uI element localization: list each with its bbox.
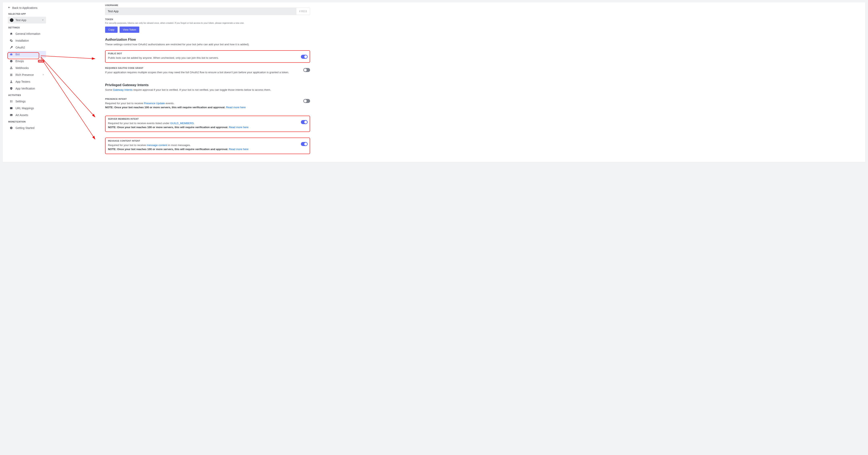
controller-icon (9, 99, 13, 103)
activities-label: ACTIVITIES (8, 94, 46, 96)
auth-flow-desc: These settings control how OAuth2 author… (105, 43, 310, 46)
presence-toggle[interactable] (303, 99, 310, 103)
annotation-highlight-public-bot: PUBLIC BOT Public bots can be added by a… (105, 50, 310, 63)
requires-oauth-toggle[interactable] (303, 68, 310, 72)
list-icon (9, 73, 13, 77)
sidebar: Back to Applications SELECTED APP Test A… (3, 2, 49, 162)
nav-label: Settings (16, 100, 26, 103)
badge-new: NEW (38, 60, 44, 62)
back-label: Back to Applications (12, 6, 37, 9)
svg-rect-0 (10, 54, 12, 55)
message-head: MESSAGE CONTENT INTENT (108, 140, 307, 142)
members-read-more-link[interactable]: Read more here (229, 126, 249, 129)
svg-point-4 (11, 61, 11, 61)
username-discriminator: # 8111 (296, 8, 310, 15)
svg-point-16 (11, 102, 12, 103)
svg-rect-18 (10, 107, 12, 108)
sidebar-item-webhooks[interactable]: Webhooks (8, 64, 46, 72)
username-label: USERNAME (105, 4, 310, 6)
svg-point-3 (10, 60, 12, 62)
presence-read-more-link[interactable]: Read more here (226, 106, 246, 109)
presence-desc: Required for your bot to receive Presenc… (105, 102, 310, 109)
view-token-button[interactable]: View Token (120, 27, 139, 33)
robot-icon (9, 53, 13, 56)
token-label: TOKEN (105, 18, 310, 21)
members-desc: Required for your bot to receive events … (108, 121, 307, 129)
svg-point-15 (10, 102, 11, 103)
chevron-down-icon (41, 19, 44, 22)
sidebar-item-art-assets[interactable]: Art Assets (8, 112, 46, 118)
link-icon (9, 106, 13, 110)
nav-label: OAuth2 (16, 46, 25, 49)
sidebar-item-app-verification[interactable]: App Verification (8, 85, 46, 92)
app-avatar (10, 18, 13, 22)
token-hint: For security purposes, tokens can only b… (105, 22, 310, 24)
nav-label: Installation (16, 39, 29, 42)
svg-rect-10 (10, 75, 12, 75)
back-to-applications[interactable]: Back to Applications (8, 6, 46, 9)
webhook-icon (9, 66, 13, 70)
sidebar-item-activity-settings[interactable]: Settings (8, 98, 46, 105)
copy-button[interactable]: Copy (105, 27, 118, 33)
home-icon (9, 32, 13, 36)
public-bot-toggle[interactable] (301, 55, 308, 59)
person-icon (9, 80, 13, 83)
presence-head: PRESENCE INTENT (105, 98, 310, 100)
gateway-desc: Some Gateway Intents require approval if… (105, 88, 310, 91)
message-desc: Required for your bot to receive message… (108, 143, 307, 151)
annotation-highlight-message-content: MESSAGE CONTENT INTENT Required for your… (105, 138, 310, 154)
message-toggle[interactable] (301, 142, 308, 146)
svg-point-20 (11, 115, 11, 115)
sidebar-item-app-testers[interactable]: App Testers (8, 78, 46, 85)
svg-rect-17 (10, 108, 12, 109)
public-bot-desc: Public bots can be added by anyone. When… (108, 56, 307, 60)
presence-intent-block: PRESENCE INTENT Required for your bot to… (105, 96, 310, 112)
public-bot-head: PUBLIC BOT (108, 52, 307, 55)
svg-rect-11 (10, 76, 12, 76)
nav-label: Rich Presence (16, 73, 34, 77)
gateway-intents-link[interactable]: Gateway Intents (113, 88, 133, 91)
nav-label: General Information (16, 32, 40, 35)
selected-app-label: SELECTED APP (8, 13, 46, 15)
nav-label: App Testers (16, 80, 30, 83)
nav-label: Emojis (16, 60, 24, 63)
username-input[interactable] (105, 8, 296, 15)
app-selector[interactable]: Test App (8, 17, 46, 24)
sidebar-item-rich-presence[interactable]: Rich Presence (8, 72, 46, 78)
sidebar-item-oauth2[interactable]: OAuth2 (8, 44, 46, 51)
sidebar-item-general[interactable]: General Information (8, 30, 46, 37)
emoji-icon (9, 59, 13, 63)
annotation-highlight-server-members: SERVER MEMBERS INTENT Required for your … (105, 116, 310, 132)
nav-label: Getting Started (16, 126, 34, 130)
requires-oauth-head: REQUIRES OAUTH2 CODE GRANT (105, 67, 310, 69)
sidebar-item-getting-started[interactable]: Getting Started (8, 124, 46, 131)
nav-label: Art Assets (16, 113, 28, 117)
svg-point-13 (10, 101, 11, 101)
sidebar-item-installation[interactable]: Installation (8, 37, 46, 44)
members-toggle[interactable] (301, 120, 308, 124)
requires-oauth-block: REQUIRES OAUTH2 CODE GRANT If your appli… (105, 65, 310, 77)
main-content: USERNAME # 8111 TOKEN For security purpo… (49, 2, 865, 162)
sidebar-item-bot[interactable]: Bot (8, 51, 46, 58)
message-content-link[interactable]: message content (147, 144, 167, 147)
nav-label: Bot (16, 53, 20, 56)
nav-label: Webhooks (16, 66, 29, 69)
svg-point-14 (11, 101, 12, 101)
requires-oauth-desc: If your application requires multiple sc… (105, 70, 310, 75)
members-head: SERVER MEMBERS INTENT (108, 118, 307, 120)
gateway-title: Privileged Gateway Intents (105, 83, 310, 87)
sidebar-item-url-mappings[interactable]: URL Mappings (8, 105, 46, 112)
auth-flow-title: Authorization Flow (105, 38, 310, 41)
guild-members-link[interactable]: GUILD_MEMBERS (170, 122, 194, 125)
presence-update-link[interactable]: Presence Update (144, 102, 165, 105)
svg-point-12 (11, 81, 12, 82)
svg-point-1 (11, 54, 11, 55)
settings-label: SETTINGS (8, 26, 46, 29)
wrench-icon (9, 46, 13, 49)
sidebar-item-emojis[interactable]: Emojis NEW (8, 58, 46, 64)
shield-check-icon (9, 87, 13, 90)
nav-label: URL Mappings (16, 107, 34, 110)
svg-point-2 (11, 54, 12, 55)
message-read-more-link[interactable]: Read more here (229, 148, 249, 151)
gear-icon (9, 39, 13, 42)
